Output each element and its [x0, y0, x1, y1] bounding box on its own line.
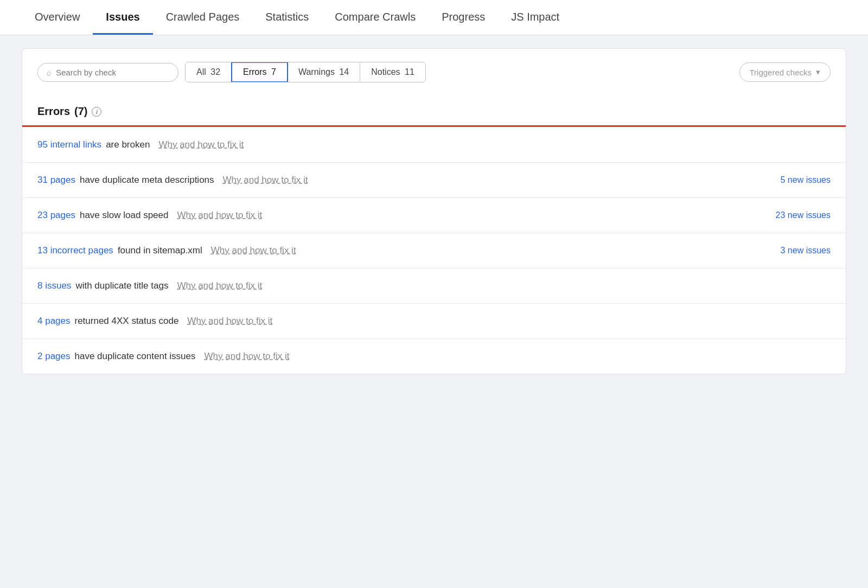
info-icon[interactable]: i [92, 107, 101, 117]
filter-buttons: All 32Errors 7Warnings 14Notices 11 [185, 62, 426, 82]
issue-row-incorrect-pages: 13 incorrect pages found in sitemap.xmlW… [22, 233, 846, 269]
issue-rest-text-duplicate-content: have duplicate content issues [75, 351, 196, 362]
nav-tab-issues[interactable]: Issues [93, 0, 152, 35]
filter-btn-all[interactable]: All 32 [186, 63, 232, 81]
issue-row-slow-load: 23 pages have slow load speedWhy and how… [22, 198, 846, 233]
triggered-checks-label: Triggered checks [750, 68, 812, 77]
nav-tab-crawled-pages[interactable]: Crawled Pages [153, 0, 253, 35]
filter-label-warnings: Warnings [298, 67, 335, 76]
issue-text-incorrect-pages: 13 incorrect pages found in sitemap.xmlW… [37, 245, 772, 256]
issue-link-incorrect-pages[interactable]: 13 incorrect pages [37, 245, 113, 256]
filter-count-errors: 7 [271, 67, 276, 76]
issues-panel: ⌕ All 32Errors 7Warnings 14Notices 11 Tr… [22, 48, 846, 374]
filter-btn-errors[interactable]: Errors 7 [231, 62, 288, 82]
why-link-broken-links[interactable]: Why and how to fix it [158, 139, 244, 150]
filter-label-errors: Errors [243, 67, 267, 76]
issue-text-4xx-status: 4 pages returned 4XX status codeWhy and … [37, 316, 831, 327]
why-link-4xx-status[interactable]: Why and how to fix it [187, 316, 272, 327]
new-issues-badge-duplicate-meta: 5 new issues [781, 175, 831, 185]
main-content: ⌕ All 32Errors 7Warnings 14Notices 11 Tr… [0, 35, 868, 387]
filter-label-notices: Notices [371, 67, 400, 76]
app-container: OverviewIssuesCrawled PagesStatisticsCom… [0, 0, 868, 588]
nav-tab-js-impact[interactable]: JS Impact [498, 0, 572, 35]
triggered-checks-button[interactable]: Triggered checks ▾ [739, 62, 831, 82]
section-header: Errors (7) i [22, 95, 846, 125]
filter-bar: ⌕ All 32Errors 7Warnings 14Notices 11 Tr… [22, 49, 846, 95]
issue-link-duplicate-title[interactable]: 8 issues [37, 280, 71, 291]
filter-btn-notices[interactable]: Notices 11 [360, 63, 425, 81]
issue-row-duplicate-title: 8 issues with duplicate title tagsWhy an… [22, 269, 846, 304]
nav-tab-progress[interactable]: Progress [429, 0, 498, 35]
section-count: (7) [74, 105, 87, 118]
nav-tab-compare-crawls[interactable]: Compare Crawls [322, 0, 429, 35]
issue-link-duplicate-content[interactable]: 2 pages [37, 351, 71, 362]
search-input-wrapper[interactable]: ⌕ [37, 63, 178, 82]
nav-tab-statistics[interactable]: Statistics [252, 0, 322, 35]
issue-link-4xx-status[interactable]: 4 pages [37, 316, 71, 327]
issue-link-duplicate-meta[interactable]: 31 pages [37, 175, 75, 186]
issue-link-broken-links[interactable]: 95 internal links [37, 139, 101, 150]
new-issues-badge-incorrect-pages: 3 new issues [781, 246, 831, 255]
section-title-text: Errors [37, 105, 70, 118]
issue-row-4xx-status: 4 pages returned 4XX status codeWhy and … [22, 304, 846, 339]
filter-label-all: All [196, 67, 206, 76]
issue-text-duplicate-title: 8 issues with duplicate title tagsWhy an… [37, 280, 831, 291]
issue-rest-text-4xx-status: returned 4XX status code [75, 316, 179, 327]
issue-rest-text-duplicate-meta: have duplicate meta descriptions [80, 175, 214, 186]
issue-row-broken-links: 95 internal links are brokenWhy and how … [22, 127, 846, 163]
why-link-duplicate-title[interactable]: Why and how to fix it [177, 280, 262, 291]
why-link-slow-load[interactable]: Why and how to fix it [177, 210, 262, 221]
section-title: Errors (7) i [37, 105, 831, 118]
nav-tab-overview[interactable]: Overview [22, 0, 93, 35]
search-input[interactable] [56, 68, 169, 77]
why-link-duplicate-content[interactable]: Why and how to fix it [205, 351, 290, 362]
new-issues-badge-slow-load: 23 new issues [776, 210, 831, 220]
issue-text-duplicate-meta: 31 pages have duplicate meta description… [37, 175, 772, 186]
issue-rest-text-incorrect-pages: found in sitemap.xml [118, 245, 202, 256]
issue-text-slow-load: 23 pages have slow load speedWhy and how… [37, 210, 767, 221]
issue-row-duplicate-content: 2 pages have duplicate content issuesWhy… [22, 339, 846, 374]
issue-rest-text-slow-load: have slow load speed [80, 210, 169, 221]
issue-link-slow-load[interactable]: 23 pages [37, 210, 75, 221]
filter-count-all: 32 [210, 67, 220, 76]
filter-count-notices: 11 [405, 67, 414, 76]
issue-text-duplicate-content: 2 pages have duplicate content issuesWhy… [37, 351, 831, 362]
why-link-incorrect-pages[interactable]: Why and how to fix it [211, 245, 296, 256]
filter-btn-warnings[interactable]: Warnings 14 [288, 63, 360, 81]
why-link-duplicate-meta[interactable]: Why and how to fix it [223, 175, 308, 186]
issue-rest-text-duplicate-title: with duplicate title tags [75, 280, 168, 291]
issue-row-duplicate-meta: 31 pages have duplicate meta description… [22, 163, 846, 198]
top-nav: OverviewIssuesCrawled PagesStatisticsCom… [0, 0, 868, 35]
issue-text-broken-links: 95 internal links are brokenWhy and how … [37, 139, 831, 150]
search-icon: ⌕ [47, 68, 52, 77]
chevron-down-icon: ▾ [816, 67, 820, 77]
issues-list: 95 internal links are brokenWhy and how … [22, 127, 846, 374]
filter-count-warnings: 14 [339, 67, 349, 76]
issue-rest-text-broken-links: are broken [106, 139, 150, 150]
